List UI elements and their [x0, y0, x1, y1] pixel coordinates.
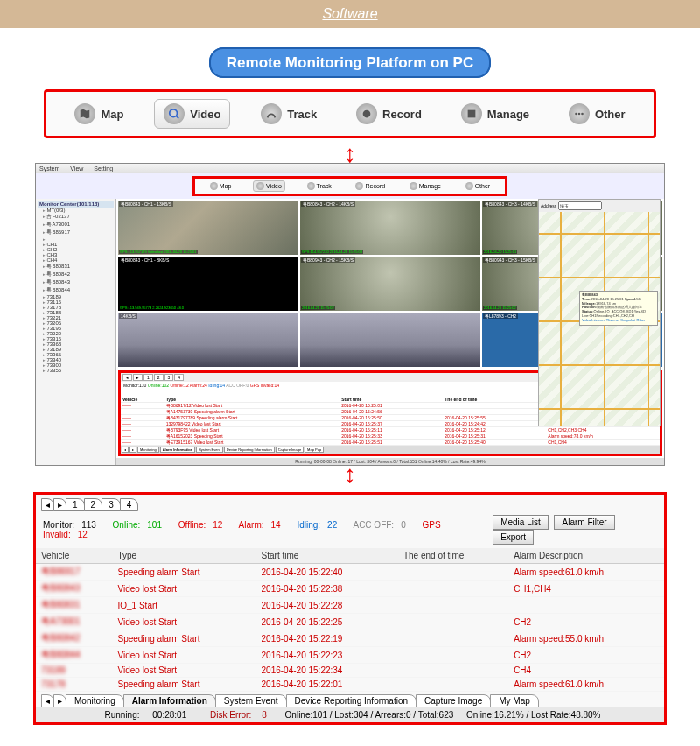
table-row[interactable]: ——粤A16152023 Speeding Start2016-04-20 15… — [121, 433, 660, 440]
tree-item[interactable]: 粤B80842 — [38, 271, 114, 278]
idling-count: Idling:22 — [297, 520, 344, 530]
table-row[interactable]: 粤B80831IO_1 Start2016-04-20 15:22:28 — [36, 597, 664, 614]
nav-next[interactable]: ▸ — [53, 498, 66, 511]
manage-icon — [461, 103, 482, 124]
device-sidebar: Monitor Center(101/113) MT(0/3)吉F02137粤A… — [36, 199, 116, 465]
table-row[interactable]: 粤A73001Video lost Start2016-04-20 15:22:… — [36, 614, 664, 630]
record-icon — [355, 182, 363, 190]
table-row[interactable]: ——粤B793F95 Video lost Start2016-04-20 15… — [121, 427, 660, 433]
mini-tab-record[interactable]: Record — [353, 180, 388, 192]
col-end[interactable]: The end of time — [398, 548, 508, 564]
tab-track[interactable]: Track — [252, 99, 326, 129]
map-canvas[interactable]: 粤B80843 Time:2016-04-20 15:25:01 Speed:5… — [539, 212, 660, 426]
page-tab[interactable]: 2 — [84, 498, 103, 511]
nav-next[interactable]: ▸ — [133, 374, 143, 381]
map-panel[interactable]: Address 粤B80843 Time:2016-04-20 15:25:01… — [538, 199, 661, 426]
table-row[interactable]: ——粤E73915167 Video lost Start2016-04-20 … — [121, 440, 660, 446]
tab-video[interactable]: Video — [154, 99, 230, 129]
alarm-detail-panel: ◂ ▸ 1 2 3 4 Monitor:113 Online:101 Offli… — [33, 492, 667, 725]
tab-monitoring[interactable]: Monitoring — [66, 694, 124, 707]
svg-rect-2 — [467, 110, 475, 118]
nav-prev[interactable]: ◂ — [122, 374, 132, 381]
alarm-count: Alarm:14 — [239, 520, 288, 530]
nav-next[interactable]: ▸ — [130, 447, 136, 453]
map-icon — [74, 103, 95, 124]
page-tab[interactable]: 4 — [120, 498, 139, 511]
running-time: Running: 00:28:01 — [99, 710, 192, 720]
col-type[interactable]: Type — [112, 548, 256, 564]
offline-count: Offline:12 — [178, 520, 230, 530]
svg-point-4 — [578, 113, 581, 116]
other-icon — [569, 103, 590, 124]
tree-item[interactable]: 73355 — [38, 368, 114, 373]
video-tile[interactable]: 粤B80843 - CH1 - 8KB/SGPS:113.949.95773 2… — [118, 257, 298, 311]
page-header: Software — [0, 0, 700, 28]
alarm-filter-button[interactable]: Alarm Filter — [554, 515, 614, 530]
nav-prev[interactable]: ◂ — [122, 447, 129, 453]
mini-tab-other[interactable]: Other — [463, 180, 494, 192]
col-desc[interactable]: Alarm Description — [508, 548, 664, 564]
device-tree[interactable]: MT(0/3)吉F02137粤A73001粤B86917CH1CH2CH3CH4… — [38, 208, 114, 373]
video-tile[interactable]: 14KB/S — [118, 313, 298, 367]
video-tile[interactable]: 粤B80943 - CH2 - 15KB/S2016.04.20 15:25:0… — [300, 257, 480, 311]
tree-item[interactable]: 粤B80831 — [38, 263, 114, 271]
main-tabs: Map Video Track Record Manage Other — [44, 89, 656, 138]
tree-item[interactable]: 粤A73001 — [38, 221, 114, 229]
monitor-count: Monitor:113 — [43, 520, 103, 530]
video-tile[interactable]: 粤B80843 - CH2 - 14KB/SGPS:114.957230 201… — [300, 201, 480, 255]
table-row[interactable]: 粤B80844Video lost Start2016-04-20 15:22:… — [36, 647, 664, 664]
action-buttons: Media List Alarm Filter Export — [489, 515, 657, 545]
tab-record[interactable]: Record — [347, 99, 430, 129]
map-tooltip: 粤B80843 Time:2016-04-20 15:25:01 Speed:5… — [579, 291, 658, 326]
mini-tab-map[interactable]: Map — [207, 180, 234, 192]
table-row[interactable]: 粤B86917Speeding alarm Start2016-04-20 15… — [36, 564, 664, 581]
alarm-table: Vehicle Type Start time The end of time … — [36, 548, 664, 692]
video-icon — [164, 103, 185, 124]
page-tab[interactable]: 1 — [66, 498, 85, 511]
tree-item[interactable]: 吉F02137 — [38, 213, 114, 221]
tree-item[interactable]: 粤B80844 — [38, 286, 114, 294]
detail-status-bar: Monitor:113 Online:101 Offline:12 Alarm:… — [36, 513, 664, 546]
mini-tab-video[interactable]: Video — [253, 180, 285, 192]
menu-view[interactable]: View — [70, 165, 83, 172]
manage-icon — [410, 182, 417, 190]
svg-point-0 — [170, 109, 178, 117]
export-button[interactable]: Export — [493, 530, 534, 545]
disk-error: Disk Error:8 — [205, 710, 272, 720]
mini-tab-manage[interactable]: Manage — [407, 180, 444, 192]
app-window: System View Setting Map Video Track Reco… — [35, 163, 665, 466]
video-tile[interactable] — [300, 313, 480, 367]
bottom-status-bar: Running: 00:28:01 Disk Error:8 Online:10… — [36, 707, 664, 722]
nav-next[interactable]: ▸ — [53, 694, 66, 707]
address-input[interactable] — [558, 201, 602, 210]
tab-my-map[interactable]: My Map — [490, 694, 539, 707]
tree-item[interactable]: 粤B86917 — [38, 229, 114, 236]
col-start[interactable]: Start time — [256, 548, 398, 564]
tree-item[interactable]: 粤B80843 — [38, 278, 114, 286]
nav-prev[interactable]: ◂ — [41, 694, 54, 707]
tab-map[interactable]: Map — [66, 99, 132, 129]
tab-manage[interactable]: Manage — [452, 99, 538, 129]
map-search-bar: Address — [539, 200, 660, 212]
table-row[interactable]: 粤B80842Speeding alarm Start2016-04-20 15… — [36, 630, 664, 647]
menu-setting[interactable]: Setting — [94, 165, 113, 172]
menu-system[interactable]: System — [39, 165, 60, 172]
bottom-tabs: ◂ ▸ Monitoring Alarm Information System … — [36, 692, 664, 707]
sidebar-title: Monitor Center(101/113) — [38, 201, 114, 208]
col-vehicle[interactable]: Vehicle — [36, 548, 112, 564]
tab-device-reporting[interactable]: Device Reporting Information — [286, 694, 417, 707]
tab-other[interactable]: Other — [560, 99, 634, 129]
table-row[interactable]: 73189Video lost Start2016-04-20 15:22:34… — [36, 664, 664, 678]
tab-capture-image[interactable]: Capture Image — [416, 694, 491, 707]
tab-alarm-info[interactable]: Alarm Information — [123, 694, 216, 707]
mini-tab-track[interactable]: Track — [304, 180, 334, 192]
svg-point-1 — [363, 110, 371, 118]
nav-prev[interactable]: ◂ — [41, 498, 54, 511]
tab-system-event[interactable]: System Event — [215, 694, 287, 707]
table-row[interactable]: 73178Speeding alarm Start2016-04-20 15:2… — [36, 678, 664, 692]
video-tile[interactable]: 粤B80843 - CH1 - 13KB/SGPS:113.957179 Vid… — [118, 201, 298, 255]
page-tab[interactable]: 3 — [102, 498, 121, 511]
media-list-button[interactable]: Media List — [493, 515, 549, 530]
track-icon — [307, 182, 315, 190]
table-row[interactable]: 粤B80843Video lost Start2016-04-20 15:22:… — [36, 581, 664, 597]
